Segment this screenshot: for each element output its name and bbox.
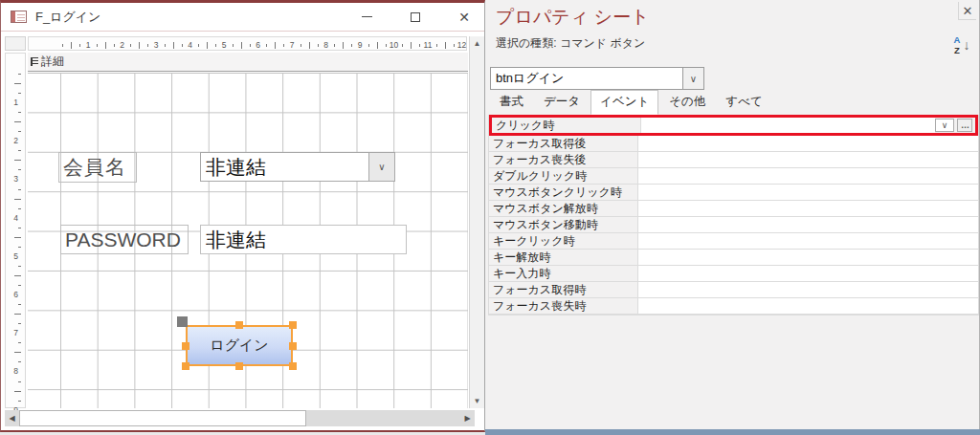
ruler-tick <box>419 44 420 47</box>
ruler-tick <box>14 314 21 315</box>
ruler-tick <box>14 199 21 200</box>
property-row-フォーカス喪失時[interactable]: フォーカス喪失時 <box>489 298 978 315</box>
property-row-キー解放時[interactable]: キー解放時 <box>489 250 978 266</box>
detail-section-bar[interactable]: 詳細 <box>28 53 468 72</box>
ruler-number: 1 <box>86 40 91 50</box>
ruler-tick <box>18 169 21 170</box>
ruler-number: 9 <box>358 40 363 50</box>
property-row-キークリック時[interactable]: キークリック時 <box>489 233 978 250</box>
horizontal-scrollbar[interactable]: ◀ ▶ <box>5 410 475 426</box>
tab-データ[interactable]: データ <box>534 90 590 115</box>
ruler-tick <box>18 131 21 132</box>
close-icon[interactable]: ✕ <box>457 11 471 24</box>
selection-handle[interactable] <box>289 321 297 329</box>
ruler-tick <box>18 361 21 362</box>
property-value-field[interactable] <box>637 136 978 151</box>
ruler-tick <box>386 44 387 47</box>
property-value-field[interactable] <box>637 298 978 314</box>
scroll-left-icon[interactable]: ◀ <box>5 410 19 426</box>
scroll-up-icon[interactable]: ▲ <box>470 36 484 51</box>
selection-handle[interactable] <box>235 362 243 370</box>
maximize-icon[interactable] <box>409 11 422 24</box>
property-row-フォーカス喪失後[interactable]: フォーカス喪失後 <box>489 152 978 168</box>
vertical-scrollbar[interactable]: ▲ ▼ <box>469 36 484 408</box>
ruler-number: 4 <box>188 40 192 50</box>
member-name-combobox[interactable]: 非連結 ∨ <box>200 152 395 182</box>
window-controls: ✕ <box>360 3 471 31</box>
property-row-マウスボタン移動時[interactable]: マウスボタン移動時 <box>489 217 978 233</box>
property-row-フォーカス取得時[interactable]: フォーカス取得時 <box>489 282 978 298</box>
property-value-field[interactable] <box>637 217 978 232</box>
property-value-field[interactable] <box>637 250 978 265</box>
property-sheet-close-icon[interactable]: ✕ <box>958 2 976 20</box>
password-textbox[interactable]: 非連結 <box>200 225 407 254</box>
ruler-tick <box>18 208 21 209</box>
ruler-tick <box>309 42 310 49</box>
scrollbar-thumb[interactable] <box>19 410 306 426</box>
property-value-field[interactable] <box>637 168 978 184</box>
ruler-tick <box>79 44 80 47</box>
object-selector-dropdown[interactable]: btnログイン ∨ <box>490 67 704 90</box>
sort-az-icon[interactable]: A Z ↓ <box>952 34 971 55</box>
ruler-number: 3 <box>13 174 18 184</box>
scroll-right-icon[interactable]: ▶ <box>460 410 475 426</box>
selection-type: 選択の種類: コマンド ボタン <box>496 35 645 52</box>
tab-書式[interactable]: 書式 <box>490 90 533 115</box>
selection-handle[interactable] <box>182 342 189 350</box>
password-label[interactable]: PASSWORD <box>60 225 189 254</box>
ruler-number: 8 <box>323 40 328 50</box>
ruler-number: 5 <box>13 251 18 261</box>
ruler-tick <box>241 42 242 49</box>
ruler-tick <box>233 44 234 47</box>
move-handle[interactable] <box>177 316 188 327</box>
tab-その他[interactable]: その他 <box>659 90 715 115</box>
property-value-field[interactable] <box>640 118 935 133</box>
selection-handle[interactable] <box>289 362 297 370</box>
selection-handle[interactable] <box>235 321 243 329</box>
ruler-tick <box>18 112 21 113</box>
property-grid: クリック時∨…フォーカス取得後フォーカス喪失後ダブルクリック時マウスボタンクリッ… <box>488 115 979 315</box>
property-row-マウスボタン解放時[interactable]: マウスボタン解放時 <box>489 201 978 217</box>
property-row-フォーカス取得後[interactable]: フォーカス取得後 <box>489 136 978 152</box>
ruler-tick <box>334 44 335 47</box>
property-row-キー入力時[interactable]: キー入力時 <box>489 266 978 282</box>
member-name-label[interactable]: 会員名 <box>58 152 137 183</box>
selection-handle[interactable] <box>182 362 189 370</box>
tab-bar: 書式データイベントその他すべて <box>490 93 773 115</box>
ruler-tick <box>14 352 21 353</box>
selection-handle[interactable] <box>289 342 297 350</box>
tab-すべて[interactable]: すべて <box>716 90 771 115</box>
ruler-tick <box>436 44 437 47</box>
property-row-クリック時[interactable]: クリック時∨… <box>489 115 978 136</box>
ruler-tick <box>14 391 21 392</box>
object-dropdown-icon[interactable]: ∨ <box>682 68 703 89</box>
value-dropdown-icon[interactable]: ∨ <box>935 119 954 132</box>
builder-button[interactable]: … <box>957 119 972 132</box>
ruler-tick <box>147 44 148 47</box>
property-value-field[interactable] <box>637 266 978 281</box>
scroll-down-icon[interactable]: ▼ <box>470 394 484 408</box>
ruler-tick <box>18 247 21 248</box>
property-value-field[interactable] <box>637 185 978 200</box>
tab-イベント[interactable]: イベント <box>590 90 658 115</box>
ruler-corner <box>5 36 26 51</box>
ruler-tick <box>18 304 21 305</box>
property-row-ダブルクリック時[interactable]: ダブルクリック時 <box>489 168 978 185</box>
ruler-tick <box>368 44 369 47</box>
property-value-field[interactable] <box>637 282 978 297</box>
property-value-field[interactable] <box>637 233 978 249</box>
property-value-field[interactable] <box>637 201 978 216</box>
ruler-tick <box>71 42 72 49</box>
ruler-tick <box>318 44 319 47</box>
property-label: マウスボタンクリック時 <box>489 185 637 200</box>
combo-dropdown-icon[interactable]: ∨ <box>368 153 394 181</box>
ruler-tick <box>14 160 21 161</box>
minimize-icon[interactable] <box>360 11 373 24</box>
property-row-マウスボタンクリック時[interactable]: マウスボタンクリック時 <box>489 185 978 201</box>
property-value-field[interactable] <box>637 152 978 167</box>
ruler-tick <box>18 285 21 286</box>
login-button[interactable]: ログイン <box>186 325 293 366</box>
ruler-tick <box>266 44 267 47</box>
ruler-number: 7 <box>290 40 295 50</box>
property-label: ダブルクリック時 <box>489 168 637 184</box>
